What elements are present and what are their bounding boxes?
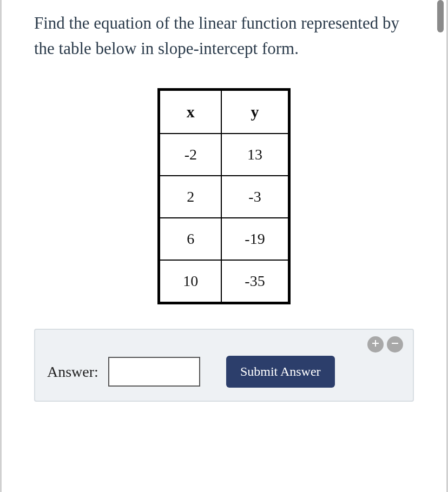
cell-y: -19 (221, 218, 289, 260)
minus-icon (391, 339, 399, 350)
table-header-x: x (159, 90, 222, 134)
answer-row: Answer: Submit Answer (47, 356, 401, 388)
zoom-controls (367, 336, 403, 353)
answer-label: Answer: (47, 363, 98, 381)
table-row: -2 13 (159, 134, 289, 176)
submit-button[interactable]: Submit Answer (226, 356, 335, 388)
question-prompt: Find the equation of the linear function… (34, 11, 414, 61)
zoom-out-button[interactable] (387, 336, 403, 353)
cell-y: -3 (221, 176, 289, 218)
table-header-row: x y (159, 90, 289, 134)
zoom-in-button[interactable] (367, 336, 384, 353)
scrollbar-thumb[interactable] (437, 0, 444, 32)
answer-input[interactable] (108, 357, 200, 387)
question-card: Find the equation of the linear function… (0, 0, 448, 492)
cell-x: 2 (159, 176, 222, 218)
plus-icon (371, 339, 380, 350)
cell-x: -2 (159, 134, 222, 176)
cell-y: -35 (221, 260, 289, 303)
xy-table: x y -2 13 2 -3 6 -19 10 -35 (157, 88, 290, 304)
cell-x: 10 (159, 260, 222, 303)
svg-rect-1 (372, 343, 379, 344)
cell-y: 13 (221, 134, 289, 176)
cell-x: 6 (159, 218, 222, 260)
table-header-y: y (221, 90, 289, 134)
table-row: 10 -35 (159, 260, 289, 303)
answer-area: Answer: Submit Answer (34, 329, 414, 402)
svg-rect-2 (392, 343, 398, 344)
table-row: 2 -3 (159, 176, 289, 218)
table-row: 6 -19 (159, 218, 289, 260)
